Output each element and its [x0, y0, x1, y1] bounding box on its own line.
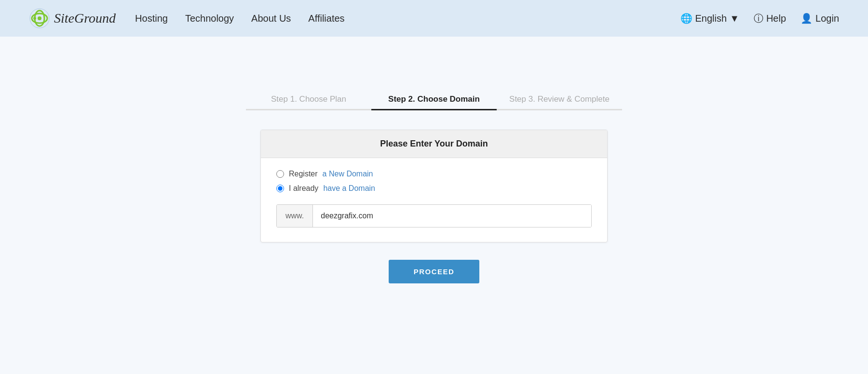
step-3: Step 3. Review & Complete	[497, 94, 622, 110]
radio-new-domain-option[interactable]: Register a New Domain	[276, 170, 592, 178]
header-right: 🌐 English ▼ ⓘ Help 👤 Login	[680, 12, 839, 25]
step-2-label: Step 2. Choose Domain	[388, 94, 480, 109]
proceed-button[interactable]: PROCEED	[389, 260, 480, 283]
login-label: Login	[815, 13, 839, 24]
existing-domain-label: I already	[289, 184, 318, 193]
step-1: Step 1. Choose Plan	[246, 94, 371, 110]
domain-card-title: Please Enter Your Domain	[380, 139, 488, 148]
login-link[interactable]: 👤 Login	[800, 13, 839, 24]
logo-text: SiteGround	[54, 11, 116, 26]
have-domain-link[interactable]: have a Domain	[323, 184, 375, 193]
language-selector[interactable]: 🌐 English ▼	[680, 13, 739, 24]
step-2: Step 2. Choose Domain	[371, 94, 497, 110]
domain-card: Please Enter Your Domain Register a New …	[260, 130, 608, 242]
nav-affiliates[interactable]: Affiliates	[308, 13, 344, 24]
svg-point-4	[33, 17, 36, 20]
radio-existing-domain[interactable]	[276, 185, 284, 192]
help-icon: ⓘ	[754, 12, 763, 25]
nav: Hosting Technology About Us Affiliates	[135, 13, 345, 24]
register-label: Register	[289, 170, 318, 178]
logo[interactable]: SiteGround	[29, 8, 116, 29]
radio-existing-domain-option[interactable]: I already have a Domain	[276, 184, 592, 193]
radio-new-domain[interactable]	[276, 170, 284, 178]
domain-input[interactable]	[313, 205, 591, 227]
steps-indicator: Step 1. Choose Plan Step 2. Choose Domai…	[246, 94, 622, 110]
new-domain-link[interactable]: a New Domain	[323, 170, 373, 178]
header: SiteGround Hosting Technology About Us A…	[0, 0, 868, 37]
user-icon: 👤	[800, 13, 813, 24]
chevron-down-icon: ▼	[730, 13, 739, 24]
help-label: Help	[766, 13, 786, 24]
header-left: SiteGround Hosting Technology About Us A…	[29, 8, 345, 29]
domain-input-row: www.	[276, 204, 592, 227]
domain-prefix: www.	[277, 205, 313, 227]
step-3-label: Step 3. Review & Complete	[509, 94, 610, 109]
svg-point-3	[38, 16, 41, 20]
step-1-line	[246, 109, 371, 110]
language-label: English	[695, 13, 727, 24]
step-1-label: Step 1. Choose Plan	[271, 94, 346, 109]
nav-about-us[interactable]: About Us	[251, 13, 291, 24]
nav-technology[interactable]: Technology	[185, 13, 234, 24]
main-content: Step 1. Choose Plan Step 2. Choose Domai…	[0, 37, 868, 283]
step-2-line	[371, 109, 497, 110]
domain-card-header: Please Enter Your Domain	[261, 130, 607, 158]
domain-card-body: Register a New Domain I already have a D…	[261, 158, 607, 242]
nav-hosting[interactable]: Hosting	[135, 13, 168, 24]
language-icon: 🌐	[680, 13, 692, 24]
logo-icon	[29, 8, 50, 29]
step-3-line	[497, 109, 622, 110]
help-link[interactable]: ⓘ Help	[754, 12, 786, 25]
